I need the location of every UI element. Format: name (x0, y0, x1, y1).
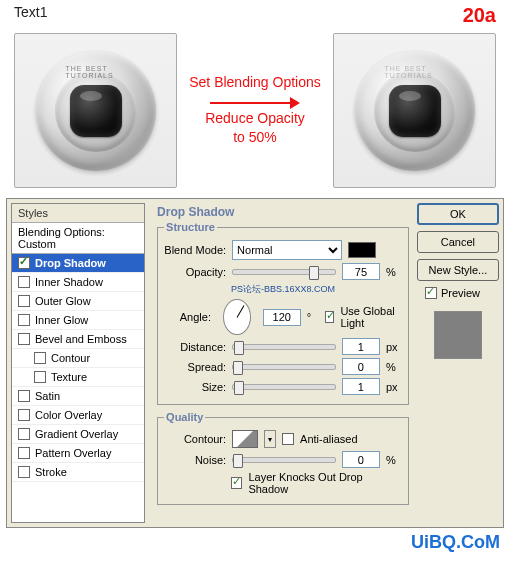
size-input[interactable] (342, 378, 380, 395)
instruction-text: Set Blending Options Reduce Opacity to 5… (185, 73, 325, 148)
watermark: UiBQ.CoM (411, 532, 500, 553)
style-item-bevel-and-emboss[interactable]: Bevel and Emboss (12, 330, 144, 349)
style-item-pattern-overlay[interactable]: Pattern Overlay (12, 444, 144, 463)
style-item-stroke[interactable]: Stroke (12, 463, 144, 482)
preview-row: THE BEST TUTORIALS Set Blending Options … (0, 27, 510, 194)
style-checkbox[interactable] (18, 257, 30, 269)
new-style-button[interactable]: New Style... (417, 259, 499, 281)
structure-group: Structure Blend Mode: Normal Opacity: % … (157, 221, 409, 405)
style-label: Satin (35, 390, 60, 402)
watermark-link: PS论坛-BBS.16XX8.COM (164, 283, 402, 296)
style-item-gradient-overlay[interactable]: Gradient Overlay (12, 425, 144, 444)
use-global-light-label: Use Global Light (340, 305, 402, 329)
preview-swatch (434, 311, 482, 359)
style-label: Outer Glow (35, 295, 91, 307)
style-label: Texture (51, 371, 87, 383)
style-checkbox[interactable] (34, 352, 46, 364)
style-label: Inner Shadow (35, 276, 103, 288)
preview-label: Preview (441, 287, 480, 299)
noise-input[interactable] (342, 451, 380, 468)
quality-group: Quality Contour: ▾ Anti-aliased Noise: %… (157, 411, 409, 505)
styles-panel: Styles Blending Options: Custom Drop Sha… (11, 203, 145, 523)
noise-label: Noise: (164, 454, 226, 466)
style-item-texture[interactable]: Texture (12, 368, 144, 387)
size-label: Size: (164, 381, 226, 393)
styles-header: Styles (12, 204, 144, 223)
style-label: Bevel and Emboss (35, 333, 127, 345)
distance-input[interactable] (342, 338, 380, 355)
opacity-label: Opacity: (164, 266, 226, 278)
style-checkbox[interactable] (18, 333, 30, 345)
style-item-inner-shadow[interactable]: Inner Shadow (12, 273, 144, 292)
arrow-icon (185, 97, 325, 109)
blend-mode-label: Blend Mode: (164, 244, 226, 256)
style-item-drop-shadow[interactable]: Drop Shadow (12, 254, 144, 273)
lens-text: THE BEST TUTORIALS (66, 65, 126, 79)
angle-label: Angle: (164, 311, 211, 323)
layer-style-dialog: Styles Blending Options: Custom Drop Sha… (6, 198, 504, 528)
style-label: Drop Shadow (35, 257, 106, 269)
style-label: Pattern Overlay (35, 447, 111, 459)
contour-picker[interactable] (232, 430, 258, 448)
opacity-input[interactable] (342, 263, 380, 280)
main-panel: Drop Shadow Structure Blend Mode: Normal… (149, 203, 417, 523)
anti-aliased-label: Anti-aliased (300, 433, 357, 445)
style-checkbox[interactable] (18, 314, 30, 326)
panel-title: Drop Shadow (157, 205, 409, 219)
ok-button[interactable]: OK (417, 203, 499, 225)
contour-label: Contour: (164, 433, 226, 445)
shadow-color-swatch[interactable] (348, 242, 376, 258)
style-label: Stroke (35, 466, 67, 478)
style-label: Gradient Overlay (35, 428, 118, 440)
style-label: Contour (51, 352, 90, 364)
angle-dial[interactable] (223, 299, 251, 335)
style-checkbox[interactable] (18, 447, 30, 459)
style-checkbox[interactable] (18, 466, 30, 478)
distance-label: Distance: (164, 341, 226, 353)
style-item-satin[interactable]: Satin (12, 387, 144, 406)
right-panel: OK Cancel New Style... Preview (417, 203, 499, 523)
opacity-slider[interactable] (232, 269, 336, 275)
layer-knocks-checkbox[interactable] (231, 477, 243, 489)
page-title: Text1 (14, 4, 47, 20)
style-checkbox[interactable] (18, 428, 30, 440)
style-checkbox[interactable] (18, 390, 30, 402)
distance-slider[interactable] (232, 344, 336, 350)
cancel-button[interactable]: Cancel (417, 231, 499, 253)
lens-text: THE BEST TUTORIALS (385, 65, 445, 79)
style-checkbox[interactable] (18, 409, 30, 421)
contour-dropdown[interactable]: ▾ (264, 430, 276, 448)
style-item-outer-glow[interactable]: Outer Glow (12, 292, 144, 311)
style-label: Inner Glow (35, 314, 88, 326)
spread-slider[interactable] (232, 364, 336, 370)
layer-knocks-label: Layer Knocks Out Drop Shadow (248, 471, 401, 495)
noise-slider[interactable] (232, 457, 336, 463)
style-checkbox[interactable] (18, 295, 30, 307)
use-global-light-checkbox[interactable] (325, 311, 335, 323)
blending-options-row[interactable]: Blending Options: Custom (12, 223, 144, 254)
spread-input[interactable] (342, 358, 380, 375)
lens-before: THE BEST TUTORIALS (14, 33, 177, 188)
style-checkbox[interactable] (18, 276, 30, 288)
size-slider[interactable] (232, 384, 336, 390)
blend-mode-select[interactable]: Normal (232, 240, 342, 260)
lens-after: THE BEST TUTORIALS (333, 33, 496, 188)
step-badge: 20a (463, 4, 496, 27)
style-item-color-overlay[interactable]: Color Overlay (12, 406, 144, 425)
angle-input[interactable] (263, 309, 301, 326)
style-item-inner-glow[interactable]: Inner Glow (12, 311, 144, 330)
preview-checkbox[interactable] (425, 287, 437, 299)
style-checkbox[interactable] (34, 371, 46, 383)
style-item-contour[interactable]: Contour (12, 349, 144, 368)
spread-label: Spread: (164, 361, 226, 373)
style-label: Color Overlay (35, 409, 102, 421)
anti-aliased-checkbox[interactable] (282, 433, 294, 445)
